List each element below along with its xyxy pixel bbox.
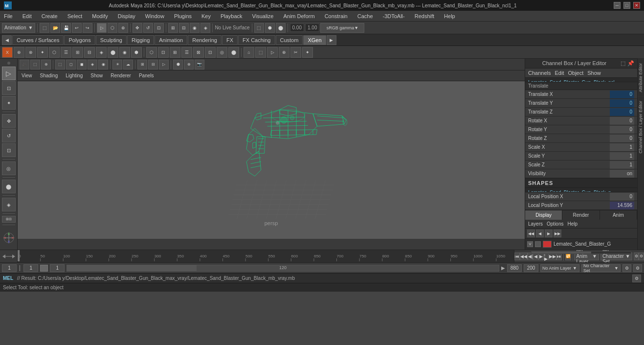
tb-save[interactable]: 💾 <box>61 23 71 33</box>
channel-local-pos-y[interactable]: Local Position Y 14.596 <box>525 201 637 210</box>
channel-rotate-z[interactable]: Rotate Z 0 <box>525 134 637 143</box>
frame-range-end-input[interactable] <box>524 264 538 272</box>
tb-snap4[interactable]: ◈ <box>200 23 210 33</box>
vp-tb-snap-cam[interactable]: 📷 <box>195 60 204 69</box>
icon-tb-btn-19[interactable]: ◎ <box>217 47 227 58</box>
icon-tb-btn-16[interactable]: ☰ <box>181 47 192 58</box>
lt-rotate[interactable]: ↺ <box>2 129 16 142</box>
icon-tb-btn-18[interactable]: ⊡ <box>205 47 216 58</box>
tb-lasso[interactable]: ⬡ <box>108 23 117 33</box>
tb-render1[interactable]: ⬚ <box>254 23 264 33</box>
icon-tb-btn-23[interactable]: ▷ <box>267 47 278 58</box>
vp-tb-shading5[interactable]: ◉ <box>98 60 108 69</box>
tb-left-collapse[interactable]: ◀ <box>2 35 12 45</box>
viewport[interactable]: 🎥 ⬚ ⊕ ⬚ ◻ ◼ ◈ ◉ ☀ ☁ ⊞ ⊟ ▷ ⬢ ⊕ 📷 View Sha… <box>18 59 525 250</box>
ch-value-scale-x[interactable]: 1 <box>610 143 634 151</box>
channel-translate-y[interactable]: Translate Y 0 <box>525 99 637 108</box>
icon-tb-btn-1[interactable]: X <box>2 47 13 58</box>
icon-tb-btn-6[interactable]: ☰ <box>61 47 71 58</box>
tab-rendering[interactable]: Rendering <box>188 35 222 45</box>
tb-open[interactable]: 📂 <box>50 23 60 33</box>
icon-tb-btn-20[interactable]: ⬤ <box>228 47 239 58</box>
vp-menu-panels[interactable]: Panels <box>137 73 156 78</box>
channel-scale-y[interactable]: Scale Y 1 <box>525 152 637 161</box>
lt-soft-select[interactable]: ◈ <box>2 198 16 211</box>
vp-tb-cam3[interactable]: ⊕ <box>41 60 51 69</box>
ch-value-translate-y[interactable]: 0 <box>610 99 634 107</box>
cb-menu-channels[interactable]: Channels <box>528 70 551 76</box>
ch-value-translate-x[interactable]: 0 <box>610 91 634 98</box>
layer-color-swatch[interactable] <box>543 241 552 248</box>
lt-show-manipulator[interactable]: ⊞⊟ <box>2 216 16 223</box>
lt-component-select[interactable]: ⊡ <box>2 81 16 95</box>
side-tab-attribute-editor[interactable]: Attribute Editor <box>638 59 644 96</box>
tab-custom[interactable]: Custom <box>276 35 303 45</box>
viewport-content[interactable]: persp <box>18 81 525 239</box>
menu-constrain[interactable]: Constrain <box>323 12 350 20</box>
icon-tb-btn-25[interactable]: ✂ <box>290 47 301 58</box>
ch-value-scale-z[interactable]: 1 <box>610 161 634 169</box>
lt-move[interactable]: ✥ <box>2 114 16 128</box>
lt-scale[interactable]: ⊡ <box>2 143 16 157</box>
pb-settings2[interactable]: ⚙ <box>639 253 644 260</box>
tb-new[interactable]: ⬚ <box>40 23 49 33</box>
tb-select[interactable]: ▷ <box>97 23 107 33</box>
tb-scale[interactable]: ⊡ <box>154 23 164 33</box>
ch-value-local-pos-x[interactable]: 0 <box>610 193 634 201</box>
cb-menu-edit[interactable]: Edit <box>555 70 564 76</box>
tb-redo[interactable]: ↪ <box>83 23 92 33</box>
icon-tb-btn-2[interactable]: ⊕ <box>14 47 24 58</box>
tb-gamma-dropdown[interactable]: sRGB gamma▼ <box>320 23 364 33</box>
vp-menu-lighting[interactable]: Lighting <box>64 73 85 78</box>
vp-tb-grid[interactable]: ⊞ <box>137 60 147 69</box>
icon-tb-btn-15[interactable]: ⊞ <box>170 47 180 58</box>
tb-move[interactable]: ✥ <box>133 23 142 33</box>
lt-paint-select[interactable]: ✦ <box>2 96 16 110</box>
ch-value-rotate-x[interactable]: 0 <box>610 117 634 125</box>
menu-window[interactable]: Window <box>143 12 166 20</box>
menu-visualize[interactable]: Visualize <box>250 12 276 20</box>
tab-polygons[interactable]: Polygons <box>64 35 95 45</box>
ch-value-local-pos-y[interactable]: 14.596 <box>610 202 634 209</box>
channel-translate-x[interactable]: Translate X 0 <box>525 90 637 99</box>
icon-tb-btn-12[interactable]: ⬢ <box>131 47 142 58</box>
anim-layer-small-dropdown[interactable]: No Anim Layer▼ <box>540 264 579 272</box>
layer-tb-skip-back[interactable]: ◀◀ <box>527 230 535 237</box>
icon-tb-btn-13[interactable]: ⬡ <box>146 47 157 58</box>
menu-plugins[interactable]: Plugins <box>172 12 194 20</box>
icon-tb-btn-21[interactable]: ⌂ <box>244 47 254 58</box>
vp-menu-show[interactable]: Show <box>89 73 105 78</box>
bc-btn-2[interactable]: ⚙ <box>633 264 642 272</box>
menu-select[interactable]: Select <box>66 12 85 20</box>
lt-snap-together[interactable]: ⬤ <box>2 180 16 193</box>
vp-tb-shading4[interactable]: ◈ <box>88 60 97 69</box>
vp-menu-shading[interactable]: Shading <box>38 73 60 78</box>
tab-curves-surfaces[interactable]: Curves / Surfaces <box>12 35 64 45</box>
channel-box-pin[interactable]: 📌 <box>627 60 634 67</box>
icon-tb-btn-26[interactable]: ✦ <box>302 47 313 58</box>
pb-settings[interactable]: ⚙ <box>634 253 639 260</box>
channel-visibility[interactable]: Visibility on <box>525 169 637 178</box>
playback-end-input[interactable] <box>507 264 522 272</box>
menu-edit[interactable]: Edit <box>21 12 34 20</box>
char-set-small-dropdown[interactable]: No Character Set▼ <box>581 264 621 272</box>
channel-local-pos-x[interactable]: Local Position X 0 <box>525 192 637 201</box>
channel-scale-z[interactable]: Scale Z 1 <box>525 161 637 169</box>
menu-display[interactable]: Display <box>116 12 137 20</box>
tab-animation[interactable]: Animation <box>155 35 187 45</box>
current-frame-input[interactable] <box>2 264 17 272</box>
layer-tb-skip-forward[interactable]: ▶▶ <box>554 230 561 237</box>
menu-cache[interactable]: Cache <box>355 12 375 20</box>
dra-tab-render[interactable]: Render <box>562 210 600 220</box>
menu-redshift[interactable]: Redshift <box>413 12 436 20</box>
icon-tb-btn-9[interactable]: ◈ <box>96 47 107 58</box>
tb-snap3[interactable]: ◉ <box>190 23 200 33</box>
dra-tab-anim[interactable]: Anim <box>600 210 637 220</box>
minimize-button[interactable]: ─ <box>614 2 621 9</box>
side-tab-channel-box[interactable]: Channel Box / Layer Editor <box>638 96 644 158</box>
menu-help[interactable]: Help <box>442 12 457 20</box>
tab-rigging[interactable]: Rigging <box>127 35 154 45</box>
ch-value-scale-y[interactable]: 1 <box>610 152 634 160</box>
list-item[interactable]: V Lematec_Sand_Blaster_G <box>525 239 637 250</box>
maximize-button[interactable]: □ <box>623 2 630 9</box>
